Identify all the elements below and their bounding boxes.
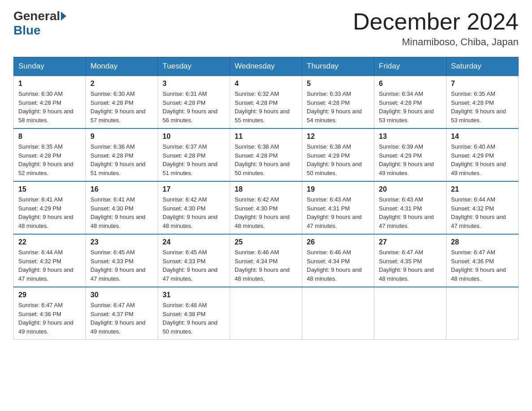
day-cell: 30 Sunrise: 6:47 AM Sunset: 4:37 PM Dayl… [86,287,158,340]
day-info: Sunrise: 6:46 AM Sunset: 4:34 PM Dayligh… [235,248,297,283]
day-cell [446,287,519,340]
day-cell: 2 Sunrise: 6:30 AM Sunset: 4:28 PM Dayli… [86,76,158,128]
day-cell: 9 Sunrise: 6:36 AM Sunset: 4:28 PM Dayli… [86,128,158,181]
day-cell: 20 Sunrise: 6:43 AM Sunset: 4:31 PM Dayl… [374,181,446,234]
day-cell: 29 Sunrise: 6:47 AM Sunset: 4:36 PM Dayl… [14,287,86,340]
day-number: 19 [307,185,369,193]
logo-general-text: General [13,9,60,23]
day-info: Sunrise: 6:30 AM Sunset: 4:28 PM Dayligh… [90,90,153,124]
day-info: Sunrise: 6:46 AM Sunset: 4:34 PM Dayligh… [307,248,369,283]
day-info: Sunrise: 6:47 AM Sunset: 4:36 PM Dayligh… [451,248,514,283]
logo-arrow-icon [61,12,66,21]
location-label: Minamiboso, Chiba, Japan [353,36,519,48]
day-cell: 23 Sunrise: 6:45 AM Sunset: 4:33 PM Dayl… [86,234,158,287]
day-number: 11 [235,133,297,141]
day-number: 13 [379,133,442,141]
day-cell: 16 Sunrise: 6:41 AM Sunset: 4:30 PM Dayl… [86,181,158,234]
day-number: 31 [163,291,225,299]
day-info: Sunrise: 6:45 AM Sunset: 4:33 PM Dayligh… [163,248,225,283]
day-number: 25 [235,238,297,246]
day-cell: 12 Sunrise: 6:38 AM Sunset: 4:29 PM Dayl… [302,128,374,181]
day-cell: 10 Sunrise: 6:37 AM Sunset: 4:28 PM Dayl… [158,128,230,181]
day-number: 20 [379,185,442,193]
day-info: Sunrise: 6:32 AM Sunset: 4:28 PM Dayligh… [235,90,297,124]
day-info: Sunrise: 6:40 AM Sunset: 4:29 PM Dayligh… [451,142,514,177]
day-info: Sunrise: 6:43 AM Sunset: 4:31 PM Dayligh… [379,195,442,230]
calendar-header: Sunday Monday Tuesday Wednesday Thursday… [14,57,519,76]
day-info: Sunrise: 6:43 AM Sunset: 4:31 PM Dayligh… [307,195,369,230]
day-cell: 18 Sunrise: 6:42 AM Sunset: 4:30 PM Dayl… [230,181,302,234]
day-cell: 17 Sunrise: 6:42 AM Sunset: 4:30 PM Dayl… [158,181,230,234]
day-cell: 24 Sunrise: 6:45 AM Sunset: 4:33 PM Dayl… [158,234,230,287]
title-section: December 2024 Minamiboso, Chiba, Japan [353,9,519,48]
day-number: 9 [90,133,153,141]
logo: General Blue [13,9,67,38]
day-info: Sunrise: 6:41 AM Sunset: 4:30 PM Dayligh… [90,195,153,230]
day-info: Sunrise: 6:47 AM Sunset: 4:35 PM Dayligh… [379,248,442,283]
day-cell: 3 Sunrise: 6:31 AM Sunset: 4:28 PM Dayli… [158,76,230,128]
day-number: 5 [307,80,369,88]
day-info: Sunrise: 6:38 AM Sunset: 4:29 PM Dayligh… [307,142,369,177]
day-number: 6 [379,80,442,88]
day-info: Sunrise: 6:39 AM Sunset: 4:29 PM Dayligh… [379,142,442,177]
day-info: Sunrise: 6:45 AM Sunset: 4:33 PM Dayligh… [90,248,153,283]
calendar-body: 1 Sunrise: 6:30 AM Sunset: 4:28 PM Dayli… [14,76,519,340]
day-cell: 8 Sunrise: 6:35 AM Sunset: 4:28 PM Dayli… [14,128,86,181]
day-info: Sunrise: 6:31 AM Sunset: 4:28 PM Dayligh… [163,90,225,124]
day-info: Sunrise: 6:47 AM Sunset: 4:37 PM Dayligh… [90,301,153,336]
day-cell: 7 Sunrise: 6:35 AM Sunset: 4:28 PM Dayli… [446,76,519,128]
week-row-4: 22 Sunrise: 6:44 AM Sunset: 4:32 PM Dayl… [14,234,519,287]
day-number: 8 [18,133,81,141]
col-sunday: Sunday [14,57,86,76]
day-info: Sunrise: 6:41 AM Sunset: 4:29 PM Dayligh… [18,195,81,230]
day-number: 29 [18,291,81,299]
col-tuesday: Tuesday [158,57,230,76]
day-number: 17 [163,185,225,193]
day-cell: 14 Sunrise: 6:40 AM Sunset: 4:29 PM Dayl… [446,128,519,181]
day-number: 14 [451,133,514,141]
day-cell: 22 Sunrise: 6:44 AM Sunset: 4:32 PM Dayl… [14,234,86,287]
day-cell: 28 Sunrise: 6:47 AM Sunset: 4:36 PM Dayl… [446,234,519,287]
day-cell: 25 Sunrise: 6:46 AM Sunset: 4:34 PM Dayl… [230,234,302,287]
day-info: Sunrise: 6:37 AM Sunset: 4:28 PM Dayligh… [163,142,225,177]
day-number: 7 [451,80,514,88]
day-number: 2 [90,80,153,88]
week-row-5: 29 Sunrise: 6:47 AM Sunset: 4:36 PM Dayl… [14,287,519,340]
day-info: Sunrise: 6:38 AM Sunset: 4:28 PM Dayligh… [235,142,297,177]
day-cell: 1 Sunrise: 6:30 AM Sunset: 4:28 PM Dayli… [14,76,86,128]
day-cell [230,287,302,340]
day-cell: 6 Sunrise: 6:34 AM Sunset: 4:28 PM Dayli… [374,76,446,128]
day-cell: 26 Sunrise: 6:46 AM Sunset: 4:34 PM Dayl… [302,234,374,287]
day-info: Sunrise: 6:44 AM Sunset: 4:32 PM Dayligh… [18,248,81,283]
day-info: Sunrise: 6:44 AM Sunset: 4:32 PM Dayligh… [451,195,514,230]
day-cell: 21 Sunrise: 6:44 AM Sunset: 4:32 PM Dayl… [446,181,519,234]
col-thursday: Thursday [302,57,374,76]
day-info: Sunrise: 6:35 AM Sunset: 4:28 PM Dayligh… [451,90,514,124]
header-row: Sunday Monday Tuesday Wednesday Thursday… [14,57,519,76]
week-row-1: 1 Sunrise: 6:30 AM Sunset: 4:28 PM Dayli… [14,76,519,128]
day-number: 23 [90,238,153,246]
day-cell: 27 Sunrise: 6:47 AM Sunset: 4:35 PM Dayl… [374,234,446,287]
day-number: 1 [18,80,81,88]
day-number: 10 [163,133,225,141]
day-cell: 5 Sunrise: 6:33 AM Sunset: 4:28 PM Dayli… [302,76,374,128]
day-number: 16 [90,185,153,193]
day-number: 3 [163,80,225,88]
week-row-2: 8 Sunrise: 6:35 AM Sunset: 4:28 PM Dayli… [14,128,519,181]
week-row-3: 15 Sunrise: 6:41 AM Sunset: 4:29 PM Dayl… [14,181,519,234]
day-cell: 4 Sunrise: 6:32 AM Sunset: 4:28 PM Dayli… [230,76,302,128]
day-number: 21 [451,185,514,193]
day-cell: 19 Sunrise: 6:43 AM Sunset: 4:31 PM Dayl… [302,181,374,234]
day-number: 24 [163,238,225,246]
day-info: Sunrise: 6:34 AM Sunset: 4:28 PM Dayligh… [379,90,442,124]
day-cell [302,287,374,340]
day-cell: 31 Sunrise: 6:48 AM Sunset: 4:38 PM Dayl… [158,287,230,340]
day-number: 18 [235,185,297,193]
day-number: 27 [379,238,442,246]
day-number: 4 [235,80,297,88]
day-info: Sunrise: 6:35 AM Sunset: 4:28 PM Dayligh… [18,142,81,177]
day-cell [374,287,446,340]
day-info: Sunrise: 6:30 AM Sunset: 4:28 PM Dayligh… [18,90,81,124]
day-number: 12 [307,133,369,141]
logo-blue-text: Blue [13,23,41,37]
